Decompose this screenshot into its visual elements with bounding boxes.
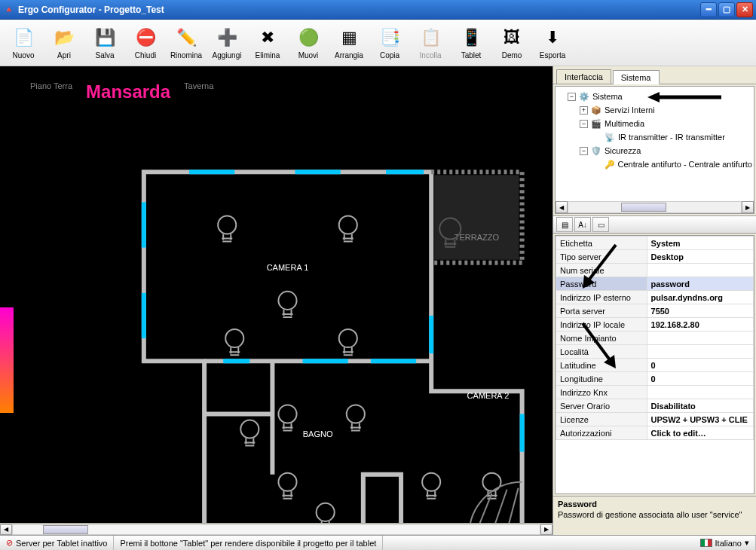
- scroll-right-button[interactable]: ▶: [540, 524, 552, 535]
- muovi-button[interactable]: 🟢Muovi: [289, 22, 327, 64]
- property-row[interactable]: Indirizzo IP locale192.168.2.80: [556, 318, 754, 332]
- tree-scroll-right[interactable]: ▶: [742, 201, 754, 213]
- tree-node-sistema[interactable]: −⚙️Sistema: [557, 90, 752, 103]
- svg-point-26: [278, 473, 296, 491]
- system-tree[interactable]: −⚙️Sistema +📦Servizi Interni −🎬Multimedi…: [555, 86, 754, 214]
- esporta-button[interactable]: ⬇Esporta: [534, 22, 571, 64]
- tree-node-sicurezza[interactable]: −🛡️Sicurezza: [557, 144, 752, 157]
- floor-tab-0[interactable]: Piano Terra: [30, 81, 72, 102]
- categorized-button[interactable]: ▤: [556, 217, 573, 232]
- property-value[interactable]: password: [647, 277, 753, 291]
- side-tab-sistema[interactable]: Sistema: [613, 70, 660, 84]
- property-value[interactable]: Desktop: [647, 250, 753, 264]
- property-pages-button[interactable]: ▭: [592, 217, 609, 232]
- status-language[interactable]: Italiano▾: [694, 536, 756, 550]
- property-toolbar: ▤ A↓ ▭: [553, 215, 756, 234]
- incolla-icon: 📋: [418, 26, 442, 50]
- property-row[interactable]: AutorizzazioniClick to edit…: [556, 426, 754, 440]
- property-value[interactable]: [647, 264, 753, 277]
- property-value[interactable]: 192.168.2.80: [647, 318, 753, 332]
- close-button[interactable]: ✕: [736, 2, 753, 17]
- toolbar-label: Arrangia: [335, 51, 363, 60]
- property-value[interactable]: Disabilitato: [647, 399, 753, 413]
- floor-tabs: Piano TerraMansardaTaverna: [30, 81, 213, 102]
- nuovo-icon: 📄: [11, 26, 35, 50]
- svg-point-28: [422, 473, 440, 491]
- property-help-title: Password: [558, 500, 751, 509]
- property-value[interactable]: System: [647, 237, 753, 250]
- salva-button[interactable]: 💾Salva: [86, 22, 124, 64]
- tree-node-servizi-interni[interactable]: +📦Servizi Interni: [557, 103, 752, 117]
- property-value[interactable]: [647, 386, 753, 399]
- property-value[interactable]: 7550: [647, 304, 753, 318]
- property-value[interactable]: [647, 332, 753, 345]
- property-row[interactable]: Num seriale: [556, 264, 754, 277]
- floor-tab-2[interactable]: Taverna: [184, 81, 213, 102]
- incolla-button: 📋Incolla: [412, 22, 449, 64]
- property-value[interactable]: 0: [647, 359, 753, 372]
- aggiungi-button[interactable]: ➕Aggiungi: [208, 22, 246, 64]
- tree-node-ir-transmitter[interactable]: 📡IR transmitter - IR transmitter: [557, 130, 752, 144]
- property-row[interactable]: Passwordpassword: [556, 277, 754, 291]
- tablet-icon: 📱: [459, 26, 483, 50]
- rinomina-icon: ✏️: [174, 26, 198, 50]
- rinomina-button[interactable]: ✏️Rinomina: [167, 22, 205, 64]
- floor-tab-1[interactable]: Mansarda: [86, 81, 170, 102]
- property-row[interactable]: Server OrarioDisabilitato: [556, 399, 754, 413]
- toolbar-label: Chiudi: [135, 51, 156, 60]
- property-value[interactable]: [647, 345, 753, 359]
- alphabetical-button[interactable]: A↓: [574, 217, 591, 232]
- property-value[interactable]: 0: [647, 372, 753, 386]
- property-name: Etichetta: [556, 237, 647, 250]
- floorplan-canvas[interactable]: Piano TerraMansardaTaverna: [0, 66, 552, 535]
- property-row[interactable]: Indirizzo Knx: [556, 386, 754, 399]
- property-row[interactable]: Longitudine0: [556, 372, 754, 386]
- property-grid[interactable]: EtichettaSystemTipo serverDesktopNum ser…: [555, 235, 754, 494]
- nuovo-button[interactable]: 📄Nuovo: [5, 22, 42, 64]
- tree-node-multimedia[interactable]: −🎬Multimedia: [557, 117, 752, 130]
- svg-text:CAMERA 1: CAMERA 1: [267, 263, 309, 272]
- scroll-left-button[interactable]: ◀: [0, 524, 12, 535]
- toolbar-label: Copia: [380, 51, 399, 60]
- property-row[interactable]: LicenzeUPSW2 + UPSW3 + CLIE: [556, 413, 754, 426]
- copia-button[interactable]: 📑Copia: [371, 22, 409, 64]
- property-row[interactable]: Indirizzo IP esternopulsar.dyndns.org: [556, 291, 754, 304]
- property-row[interactable]: Latitudine0: [556, 359, 754, 372]
- property-row[interactable]: Tipo serverDesktop: [556, 250, 754, 264]
- property-value[interactable]: Click to edit…: [647, 426, 753, 440]
- titlebar: 🔺 Ergo Configurator - Progetto_Test ━ ▢ …: [0, 0, 756, 20]
- property-value[interactable]: pulsar.dyndns.org: [647, 291, 753, 304]
- property-row[interactable]: Porta server7550: [556, 304, 754, 318]
- minimize-button[interactable]: ━: [700, 2, 717, 17]
- svg-point-18: [218, 215, 236, 234]
- elimina-icon: ✖: [256, 26, 280, 50]
- side-tabs: InterfacciaSistema: [553, 66, 756, 84]
- property-row[interactable]: EtichettaSystem: [556, 237, 754, 250]
- maximize-button[interactable]: ▢: [718, 2, 735, 17]
- arrangia-button[interactable]: ▦Arrangia: [330, 22, 368, 64]
- canvas-horizontal-scrollbar[interactable]: ◀ ▶: [0, 523, 552, 535]
- demo-button[interactable]: 🖼Demo: [493, 22, 531, 64]
- svg-text:BAGNO: BAGNO: [303, 429, 333, 438]
- property-name: Licenze: [556, 413, 647, 426]
- apri-button[interactable]: 📂Apri: [45, 22, 83, 64]
- property-name: Server Orario: [556, 399, 647, 413]
- property-name: Località: [556, 345, 647, 359]
- svg-point-24: [278, 405, 296, 423]
- elimina-button[interactable]: ✖Elimina: [249, 22, 286, 64]
- main-toolbar: 📄Nuovo📂Apri💾Salva⛔Chiudi✏️Rinomina➕Aggiu…: [0, 20, 756, 66]
- esporta-icon: ⬇: [540, 26, 565, 50]
- side-tab-interfaccia[interactable]: Interfaccia: [556, 69, 611, 84]
- toolbar-label: Rinomina: [170, 51, 202, 60]
- chiudi-button[interactable]: ⛔Chiudi: [127, 22, 164, 64]
- tree-scroll-left[interactable]: ◀: [556, 201, 568, 213]
- property-row[interactable]: Località: [556, 345, 754, 359]
- property-row[interactable]: Nome Impianto: [556, 332, 754, 345]
- property-name: Latitudine: [556, 359, 647, 372]
- tablet-button[interactable]: 📱Tablet: [452, 22, 490, 64]
- tree-node-centrale-antifurto[interactable]: 🔑Centrale antifurto - Centrale antifurto: [557, 157, 752, 171]
- property-help: Password Password di gestione associata …: [553, 496, 756, 535]
- toolbar-label: Elimina: [256, 51, 280, 60]
- copia-icon: 📑: [378, 26, 402, 50]
- property-value[interactable]: UPSW2 + UPSW3 + CLIE: [647, 413, 753, 426]
